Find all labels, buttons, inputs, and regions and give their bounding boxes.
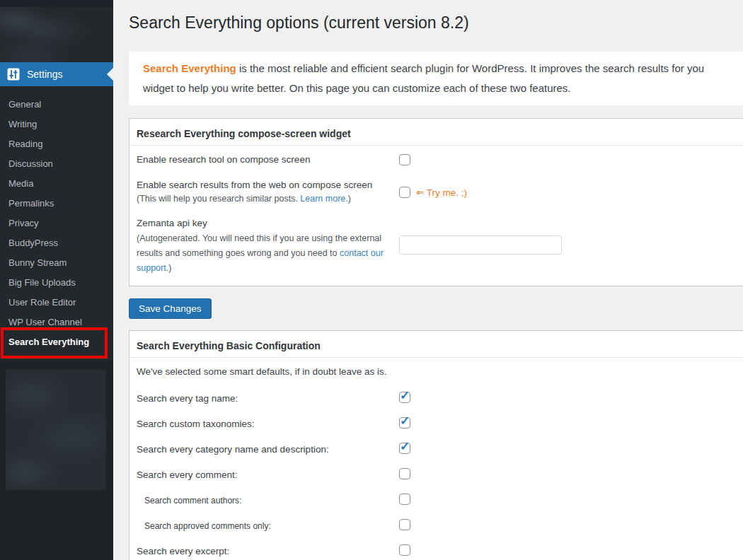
field-label: Search every comment: <box>137 469 238 480</box>
save-changes-button[interactable]: Save Changes <box>129 298 212 319</box>
plugin-description-notice: Search Everything is the most reliable a… <box>129 52 743 105</box>
search-category-checkbox[interactable] <box>399 443 410 454</box>
field-label-col: Search custom taxonomies: <box>137 417 399 430</box>
description-text: (This will help you research similar pos… <box>137 194 300 204</box>
field-label-col: Enable search results from the web on co… <box>137 180 399 204</box>
sidebar-item-settings[interactable]: Settings <box>0 62 113 86</box>
blurred-menu-region-bottom <box>6 370 106 490</box>
sidebar-item-big-file-uploads[interactable]: Big File Uploads <box>0 272 113 292</box>
notice-line-1: Search Everything is the most reliable a… <box>143 59 743 78</box>
field-label: Zemanta api key <box>137 218 399 228</box>
field-label-col: Enable research tool on compose screen <box>137 154 399 165</box>
settings-submenu: General Writing Reading Discussion Media… <box>0 86 113 361</box>
sidebar-item-wp-user-channel[interactable]: WP User Channel <box>0 312 113 332</box>
basic-configuration-panel: Search Everything Basic Configuration We… <box>129 330 743 560</box>
plugin-brand-name: Search Everything <box>143 62 236 74</box>
sidebar-item-bunny-stream[interactable]: Bunny Stream <box>0 252 113 272</box>
notice-line-1-text: is the most reliable and efficient searc… <box>236 62 704 74</box>
field-label: Search custom taxonomies: <box>137 418 255 429</box>
current-menu-arrow <box>107 68 113 81</box>
search-tag-name-checkbox[interactable] <box>399 392 410 403</box>
description-text: ) <box>348 194 351 204</box>
try-me-hint: ⇐ Try me. ;) <box>416 187 467 198</box>
field-label-col: Zemanta api key (Autogenerated. You will… <box>137 218 399 276</box>
field-label-col: Search every excerpt: <box>137 544 399 557</box>
search-approved-comments-checkbox[interactable] <box>399 519 410 530</box>
learn-more-link[interactable]: Learn more. <box>300 194 347 204</box>
blurred-menu-region-top <box>0 6 113 62</box>
row-search-comment: Search every comment: <box>137 468 743 479</box>
main-content: Search Everything options (current versi… <box>113 0 743 560</box>
notice-line-2: widget to help you write better. On this… <box>143 78 743 98</box>
sidebar-item-discussion[interactable]: Discussion <box>0 153 113 173</box>
basic-panel-body: We've selected some smart defaults, if i… <box>129 366 743 560</box>
field-label: Search every excerpt: <box>137 545 229 556</box>
field-label: Enable research tool on compose screen <box>137 154 399 165</box>
sidebar-lower-area <box>0 361 113 560</box>
sidebar-item-permalinks[interactable]: Permalinks <box>0 193 113 213</box>
blur-blobs <box>6 370 106 490</box>
row-zemanta-api-key: Zemanta api key (Autogenerated. You will… <box>137 218 743 276</box>
sidebar-item-general[interactable]: General <box>0 94 113 114</box>
page-title: Search Everything options (current versi… <box>129 0 743 33</box>
enable-research-tool-checkbox[interactable] <box>399 154 410 165</box>
search-comment-checkbox[interactable] <box>399 468 410 479</box>
search-excerpt-checkbox[interactable] <box>399 544 410 556</box>
smart-defaults-note: We've selected some smart defaults, if i… <box>137 366 743 377</box>
settings-sliders-icon <box>6 67 21 81</box>
field-label: Enable search results from the web on co… <box>137 180 399 190</box>
row-search-category: Search every category name and descripti… <box>137 443 743 454</box>
sidebar-item-privacy[interactable]: Privacy <box>0 213 113 233</box>
row-search-comment-authors: Search comment authors: <box>137 494 743 505</box>
field-label-col: Search every tag name: <box>137 392 399 404</box>
sidebar-item-writing[interactable]: Writing <box>0 114 113 134</box>
field-label: Search every tag name: <box>137 392 238 404</box>
field-label: Search approved comments only: <box>144 520 271 531</box>
sidebar-item-user-role-editor[interactable]: User Role Editor <box>0 292 113 312</box>
zemanta-api-key-input[interactable] <box>399 235 562 255</box>
field-description: (Autogenerated. You will need this if yo… <box>137 231 391 276</box>
sidebar-item-media[interactable]: Media <box>0 173 113 193</box>
row-search-tag-name: Search every tag name: <box>137 392 743 403</box>
search-comment-authors-checkbox[interactable] <box>399 494 410 505</box>
search-custom-taxonomies-checkbox[interactable] <box>399 417 410 428</box>
enable-web-search-checkbox[interactable] <box>399 187 410 198</box>
field-description: (This will help you research similar pos… <box>137 194 391 204</box>
field-label: Search every category name and descripti… <box>137 443 329 455</box>
blur-blobs <box>0 6 113 62</box>
research-everything-panel: Research Everything compose-screen widge… <box>129 118 743 286</box>
admin-sidebar: Settings General Writing Reading Discuss… <box>0 0 113 560</box>
row-search-excerpt: Search every excerpt: <box>137 544 743 556</box>
research-panel-body: Enable research tool on compose screen E… <box>129 154 743 286</box>
admin-top-bar <box>0 0 113 6</box>
field-label: Search comment authors: <box>144 495 241 506</box>
sidebar-item-search-everything[interactable]: Search Everything <box>0 332 113 351</box>
basic-panel-title: Search Everything Basic Configuration <box>129 331 743 358</box>
field-label-col: Search comment authors: <box>137 494 399 506</box>
field-label-col: Search approved comments only: <box>137 519 399 532</box>
sidebar-item-buddypress[interactable]: BuddyPress <box>0 233 113 252</box>
row-enable-web-search-results: Enable search results from the web on co… <box>137 180 743 204</box>
description-text: .) <box>166 263 172 273</box>
row-search-approved-comments: Search approved comments only: <box>137 519 743 530</box>
row-search-custom-taxonomies: Search custom taxonomies: <box>137 417 743 428</box>
row-enable-research-tool: Enable research tool on compose screen <box>137 154 743 165</box>
sidebar-item-reading[interactable]: Reading <box>0 134 113 153</box>
field-label-col: Search every category name and descripti… <box>137 443 399 455</box>
research-panel-title: Research Everything compose-screen widge… <box>129 119 743 146</box>
sidebar-item-settings-label: Settings <box>27 69 63 80</box>
field-label-col: Search every comment: <box>137 468 399 481</box>
